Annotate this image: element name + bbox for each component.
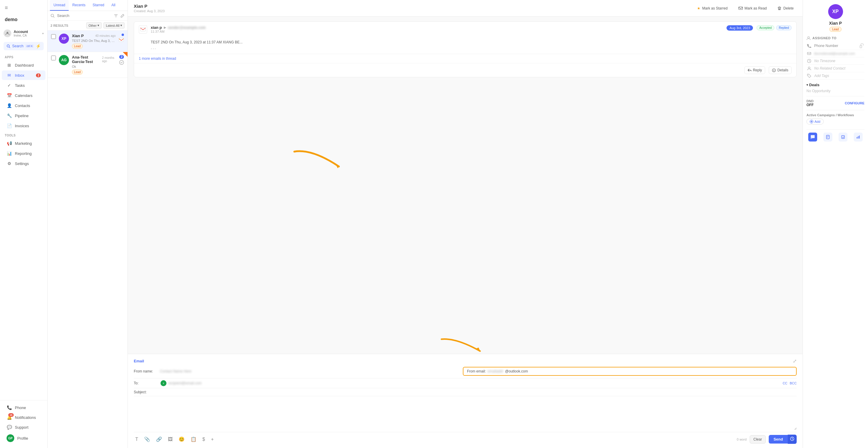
compose-body[interactable]: [134, 396, 797, 426]
compose-textarea[interactable]: [134, 399, 797, 422]
edit-icon[interactable]: [120, 14, 125, 18]
sidebar-item-phone[interactable]: 📞 Phone: [2, 403, 45, 412]
add-campaign-label: Add: [814, 120, 820, 123]
from-email-field[interactable]: From email: emailaddr @outlook.com: [463, 367, 797, 376]
compose-toolbar: T 📎 🔗 🖼 😊 📋 $ + 0 word Clear Send: [134, 432, 797, 444]
sidebar-item-invoices[interactable]: 📄 Invoices: [2, 121, 45, 130]
from-name-label: From name:: [134, 369, 158, 374]
compose-title: Email: [134, 359, 144, 363]
bcc-button[interactable]: BCC: [790, 381, 797, 385]
sidebar-item-marketing[interactable]: 📢 Marketing: [2, 139, 45, 148]
send-button[interactable]: Send: [769, 435, 788, 444]
mark-read-button[interactable]: Mark as Read: [736, 4, 770, 12]
conversation-checkbox[interactable]: [51, 56, 56, 60]
search-input[interactable]: [57, 13, 112, 18]
sidebar-item-settings[interactable]: ⚙ Settings: [2, 159, 45, 168]
delete-button[interactable]: Delete: [774, 4, 797, 12]
link-button[interactable]: 🔗: [155, 436, 163, 443]
sidebar-item-calendars[interactable]: 📅 Calendars: [2, 91, 45, 100]
add-icon: [810, 120, 813, 123]
conversation-body: Ana-Test Garcia-Test 2 months ago Ok Lea…: [72, 55, 116, 74]
send-schedule-button[interactable]: [788, 435, 797, 444]
tab-recents[interactable]: Recents: [69, 0, 89, 11]
conversation-item[interactable]: AG Ana-Test Garcia-Test 2 months ago Ok …: [48, 52, 127, 78]
filter-row: 2 RESULTS Other ▾ Latest-All ▾: [48, 21, 127, 31]
sidebar-item-dashboard[interactable]: ⊞ Dashboard: [2, 60, 45, 70]
details-button[interactable]: Details: [769, 66, 792, 74]
sidebar-item-pipeline[interactable]: 🔧 Pipeline: [2, 111, 45, 120]
plus-button[interactable]: +: [210, 436, 215, 443]
expand-icon[interactable]: ⤢: [793, 358, 797, 364]
template-button[interactable]: 📋: [189, 436, 198, 443]
tab-unread[interactable]: Unread: [50, 0, 69, 11]
mark-starred-button[interactable]: ★ Mark as Starred: [694, 4, 731, 12]
subject-row: Subject:: [134, 390, 797, 396]
deals-section: ▾ Deals No Opportunity: [806, 83, 864, 93]
account-name: Account: [14, 30, 40, 34]
tab-starred[interactable]: Starred: [89, 0, 107, 11]
phone-edit-icon[interactable]: [860, 43, 864, 48]
sidebar-item-contacts[interactable]: 👤 Contacts: [2, 101, 45, 110]
cc-button[interactable]: CC: [783, 381, 787, 385]
sidebar: ≡ demo Account Irvine, CA ▾ Search ctrl …: [0, 0, 48, 448]
dollar-button[interactable]: $: [201, 436, 207, 443]
sidebar-item-support[interactable]: 💬 Support: [2, 422, 45, 432]
contact-link-icon: [806, 66, 812, 70]
gmail-logo: [139, 25, 147, 34]
search-button[interactable]: Search ctrl K ⚡: [4, 42, 44, 50]
sidebar-item-notifications[interactable]: 🔔 Notifications 16: [2, 413, 45, 422]
attach-button[interactable]: 📎: [143, 436, 152, 443]
tab-icon-conversations[interactable]: [808, 132, 817, 142]
tab-all[interactable]: All: [108, 0, 119, 11]
add-tags-label[interactable]: Add Tags: [814, 74, 829, 78]
sidebar-item-reporting[interactable]: 📊 Reporting: [2, 149, 45, 158]
deals-title[interactable]: ▾ Deals: [806, 83, 864, 87]
conversation-list: XP Xian P 40 minutes ago TEST 2ND On Thu…: [48, 31, 127, 448]
gmail-icon: [119, 37, 124, 42]
subject-input[interactable]: [160, 390, 797, 394]
svg-rect-5: [739, 7, 743, 9]
svg-rect-11: [860, 46, 862, 48]
add-campaign-button[interactable]: Add: [806, 119, 824, 125]
sidebar-item-tasks[interactable]: ✓ Tasks: [2, 81, 45, 90]
tab-icon-activity[interactable]: [854, 132, 863, 142]
tab-icon-tasks[interactable]: [839, 132, 847, 142]
sidebar-item-label-tasks: Tasks: [15, 83, 25, 88]
sidebar-item-label-support: Support: [15, 425, 29, 429]
reply-button[interactable]: Reply: [744, 66, 766, 74]
assigned-to-label: ASSIGNED TO: [806, 36, 864, 40]
image-button[interactable]: 🖼: [166, 436, 174, 443]
sidebar-item-inbox[interactable]: ✉ Inbox 2: [2, 70, 45, 80]
resize-handle[interactable]: [134, 426, 797, 432]
dnd-status: OFF: [806, 103, 814, 107]
more-emails-link[interactable]: 1 more emails in thread: [134, 54, 796, 63]
email-thread-card: xian p ▶ sender@example.com 11:37 AM Aug…: [134, 21, 797, 77]
svg-point-1: [7, 44, 9, 47]
mark-starred-label: Mark as Starred: [702, 6, 727, 10]
menu-toggle-icon[interactable]: ≡: [0, 4, 47, 12]
conversation-item[interactable]: XP Xian P 40 minutes ago TEST 2ND On Thu…: [48, 31, 127, 52]
add-tags-row[interactable]: Add Tags: [806, 72, 864, 80]
email-time: 11:37 AM: [151, 30, 723, 33]
campaigns-section: Active Campaigns / Workflows Add: [806, 110, 864, 125]
search-nav-icon[interactable]: ⚡: [36, 44, 41, 49]
from-row: From name: Contact Name Here From email:…: [134, 367, 797, 379]
info-icon: [772, 68, 776, 72]
account-selector[interactable]: Account Irvine, CA ▾: [0, 27, 47, 39]
text-format-button[interactable]: T: [134, 436, 140, 443]
clear-button[interactable]: Clear: [750, 435, 766, 444]
filter-latest-btn[interactable]: Latest-All ▾: [103, 22, 125, 29]
contact-avatar-large: XP: [828, 4, 843, 19]
filter-other-btn[interactable]: Other ▾: [86, 22, 102, 29]
tab-icon-notes[interactable]: [824, 132, 832, 142]
related-contact-value: No Related Contact: [814, 66, 845, 70]
conversation-checkbox[interactable]: [51, 34, 56, 39]
configure-button[interactable]: CONFIGURE: [845, 101, 864, 105]
filter-icon[interactable]: [114, 14, 118, 18]
expand-icon[interactable]: ▶: [164, 26, 166, 29]
deals-label: Deals: [809, 83, 819, 87]
sidebar-item-profile[interactable]: GP Profile: [2, 432, 45, 444]
timezone-value: No Timezone: [814, 59, 835, 63]
emoji-button[interactable]: 😊: [177, 436, 186, 443]
contact-name: Xian P: [806, 21, 864, 26]
